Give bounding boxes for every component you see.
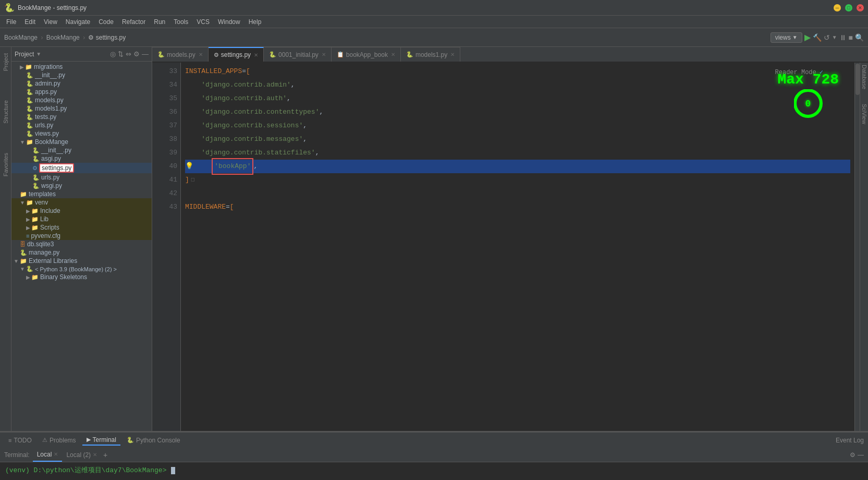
search-icon[interactable]: 🔍 bbox=[855, 33, 864, 42]
tab-models-close[interactable]: ✕ bbox=[199, 52, 203, 57]
dropdown-icon[interactable]: ▼ bbox=[832, 34, 837, 40]
menu-run[interactable]: Run bbox=[150, 17, 169, 27]
menu-window[interactable]: Window bbox=[214, 17, 244, 27]
project-tab[interactable]: Project bbox=[1, 49, 10, 75]
fold-icon[interactable]: ⬚ bbox=[191, 173, 194, 187]
bulb-icon[interactable]: 💡 bbox=[185, 160, 193, 173]
tree-apps[interactable]: 🐍 apps.py bbox=[11, 88, 152, 96]
tree-lib[interactable]: ▶ 📁 Lib bbox=[11, 215, 152, 223]
tree-migrations[interactable]: ▶ 📁 migrations bbox=[11, 63, 152, 71]
terminal-local2-tab[interactable]: Local (2) ✕ bbox=[62, 448, 101, 462]
tree-pyvenv[interactable]: ≡ pyvenv.cfg bbox=[11, 232, 152, 240]
tree-admin[interactable]: 🐍 admin.py bbox=[11, 79, 152, 88]
sciview-tab[interactable]: SciView bbox=[861, 104, 867, 124]
todo-tab[interactable]: ≡ TODO bbox=[4, 436, 36, 445]
tab-settings[interactable]: ⚙ settings.py ✕ bbox=[209, 47, 264, 62]
minimize-button[interactable]: ─ bbox=[834, 4, 841, 11]
arrow-venv[interactable]: ▼ bbox=[20, 200, 25, 206]
tree-settings[interactable]: ⚙ settings.py bbox=[11, 163, 152, 173]
terminal-local2-close[interactable]: ✕ bbox=[93, 452, 97, 458]
tree-init[interactable]: 🐍 __init__.py bbox=[11, 71, 152, 79]
menu-vcs[interactable]: VCS bbox=[192, 17, 214, 27]
menu-code[interactable]: Code bbox=[94, 17, 118, 27]
arrow-lib[interactable]: ▶ bbox=[26, 217, 30, 222]
tree-manage[interactable]: 🐍 manage.py bbox=[11, 248, 152, 257]
tree-python39[interactable]: ▼ 🐍 < Python 3.9 (BookMange) (2) > bbox=[11, 265, 152, 273]
tree-models[interactable]: 🐍 models.py bbox=[11, 96, 152, 104]
views-button[interactable]: views ▼ bbox=[771, 32, 802, 43]
terminal-add-button[interactable]: + bbox=[103, 451, 107, 459]
tab-initial[interactable]: 🐍 0001_initial.py ✕ bbox=[264, 47, 332, 62]
scrollbar[interactable] bbox=[854, 63, 860, 431]
tab-bookapp[interactable]: 📋 bookApp_book ✕ bbox=[332, 47, 401, 62]
run-button[interactable]: ▶ bbox=[804, 32, 811, 42]
menu-help[interactable]: Help bbox=[244, 17, 266, 27]
tree-asgi[interactable]: 🐍 asgi.py bbox=[11, 154, 152, 163]
tab-settings-close[interactable]: ✕ bbox=[254, 52, 258, 58]
tree-tests[interactable]: 🐍 tests.py bbox=[11, 113, 152, 121]
project-dropdown-icon[interactable]: ▼ bbox=[36, 51, 41, 57]
arrow-include[interactable]: ▶ bbox=[26, 208, 30, 214]
tree-bm-urls[interactable]: 🐍 urls.py bbox=[11, 173, 152, 182]
breadcrumb-bookmange[interactable]: BookMange bbox=[4, 34, 38, 41]
reader-mode-check-icon[interactable]: ✓ bbox=[820, 66, 823, 79]
arrow-python39[interactable]: ▼ bbox=[20, 266, 25, 272]
tree-include[interactable]: ▶ 📁 Include bbox=[11, 207, 152, 215]
terminal-tab[interactable]: ▶ Terminal bbox=[82, 435, 120, 446]
menu-navigate[interactable]: Navigate bbox=[62, 17, 94, 27]
tree-binary-sk[interactable]: ▶ 📁 Binary Skeletons bbox=[11, 273, 152, 281]
menu-tools[interactable]: Tools bbox=[169, 17, 192, 27]
terminal-local1-close[interactable]: ✕ bbox=[54, 451, 58, 457]
pause-icon[interactable]: ⏸ bbox=[839, 33, 847, 42]
python-console-tab[interactable]: 🐍 Python Console bbox=[123, 436, 185, 445]
arrow-scripts[interactable]: ▶ bbox=[26, 225, 30, 231]
tree-bookmange-folder[interactable]: ▼ 📁 BookMange bbox=[11, 138, 152, 146]
maximize-button[interactable]: □ bbox=[845, 4, 852, 11]
tab-models1[interactable]: 🐍 models1.py ✕ bbox=[401, 47, 460, 62]
menu-view[interactable]: View bbox=[40, 17, 62, 27]
event-log-button[interactable]: Event Log bbox=[836, 437, 864, 444]
terminal-settings-icon[interactable]: ⚙ bbox=[850, 451, 855, 459]
tree-models1[interactable]: 🐍 models1.py bbox=[11, 104, 152, 113]
terminal-content[interactable]: (venv) D:\python\运维项目\day7\BookMange> bbox=[0, 462, 868, 480]
locate-icon[interactable]: ◎ bbox=[110, 50, 116, 58]
terminal-local1-tab[interactable]: Local ✕ bbox=[33, 448, 63, 462]
code-content[interactable]: Reader Mode ✓ Max 728 0 INSTALLED_APP bbox=[181, 63, 854, 431]
terminal-close-icon[interactable]: — bbox=[858, 451, 864, 459]
close-button[interactable]: ✕ bbox=[857, 4, 864, 11]
scroll-thumb[interactable] bbox=[855, 64, 860, 95]
breadcrumb-bookmange2[interactable]: BookMange bbox=[46, 34, 80, 41]
tab-initial-close[interactable]: ✕ bbox=[322, 52, 326, 57]
tree-templates[interactable]: 📁 templates bbox=[11, 190, 152, 198]
tree-urls[interactable]: 🐍 urls.py bbox=[11, 121, 152, 129]
tab-models[interactable]: 🐍 models.py ✕ bbox=[152, 47, 209, 62]
arrow-binary-sk[interactable]: ▶ bbox=[26, 274, 30, 280]
structure-tab[interactable]: Structure bbox=[1, 96, 10, 128]
favorites-tab[interactable]: Favorites bbox=[1, 149, 10, 181]
tree-bm-init[interactable]: 🐍 __init__.py bbox=[11, 146, 152, 154]
arrow-migrations[interactable]: ▶ bbox=[20, 64, 24, 70]
tab-bookapp-close[interactable]: ✕ bbox=[391, 52, 395, 57]
code-editor[interactable]: 33 34 35 36 37 38 39 40 41 42 43 Reader … bbox=[152, 63, 868, 431]
tree-views[interactable]: 🐍 views.py bbox=[11, 129, 152, 138]
tree-scripts[interactable]: ▶ 📁 Scripts bbox=[11, 223, 152, 232]
close-panel-icon[interactable]: — bbox=[142, 50, 149, 58]
build-icon[interactable]: 🔨 bbox=[813, 33, 822, 42]
arrow-ext-libs[interactable]: ▼ bbox=[14, 258, 19, 264]
collapse-icon[interactable]: ⇔ bbox=[126, 50, 131, 58]
stop-icon[interactable]: ■ bbox=[849, 33, 853, 42]
arrow-bookmange[interactable]: ▼ bbox=[20, 139, 25, 145]
problems-tab[interactable]: ⚠ Problems bbox=[38, 436, 80, 445]
tree-db[interactable]: 🗄 db.sqlite3 bbox=[11, 240, 152, 248]
menu-edit[interactable]: Edit bbox=[20, 17, 40, 27]
database-tab[interactable]: Database bbox=[861, 65, 867, 89]
tree-wsgi[interactable]: 🐍 wsgi.py bbox=[11, 182, 152, 190]
tab-models1-close[interactable]: ✕ bbox=[450, 52, 455, 57]
tree-venv[interactable]: ▼ 📁 venv bbox=[11, 198, 152, 207]
settings-icon[interactable]: ⚙ bbox=[133, 50, 140, 58]
menu-refactor[interactable]: Refactor bbox=[118, 17, 150, 27]
tree-ext-libs[interactable]: ▼ 📁 External Libraries bbox=[11, 257, 152, 265]
menu-file[interactable]: File bbox=[2, 17, 20, 27]
refresh-icon[interactable]: ↺ bbox=[824, 33, 830, 42]
expand-icon[interactable]: ⇅ bbox=[118, 50, 124, 58]
